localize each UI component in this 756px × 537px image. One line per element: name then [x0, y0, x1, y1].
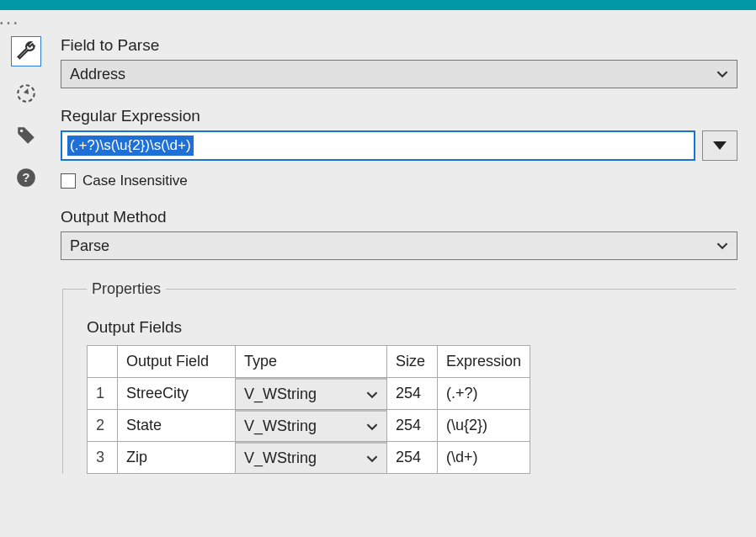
row-number: 2 — [88, 410, 118, 442]
cell-output-field[interactable]: State — [118, 410, 236, 442]
col-header-size: Size — [387, 346, 438, 378]
chevron-down-icon — [716, 68, 728, 80]
field-to-parse-value: Address — [70, 66, 125, 83]
cell-type-select[interactable]: V_WString — [236, 378, 386, 409]
chevron-down-icon — [716, 240, 728, 252]
col-header-expression: Expression — [438, 346, 530, 378]
tag-tab-icon[interactable] — [11, 120, 41, 151]
chevron-down-icon — [366, 389, 378, 401]
cell-type-value: V_WString — [244, 417, 317, 435]
table-header-row: Output Field Type Size Expression — [88, 346, 530, 378]
cell-expression[interactable]: (.+?) — [438, 378, 530, 410]
cell-type-select[interactable]: V_WString — [236, 410, 386, 441]
triangle-down-icon — [713, 141, 727, 150]
title-bar — [0, 0, 756, 10]
case-insensitive-checkbox[interactable] — [61, 173, 76, 189]
config-tab-icon[interactable] — [11, 36, 41, 66]
table-row[interactable]: 3 Zip V_WString 254 (\d+) — [88, 442, 530, 474]
regex-value: (.+?)\s(\u{2})\s(\d+) — [67, 136, 194, 156]
cell-size[interactable]: 254 — [387, 378, 438, 410]
cell-type-select[interactable]: V_WString — [236, 442, 386, 473]
table-row[interactable]: 1 StreeCity V_WString 254 (.+?) — [88, 378, 530, 410]
wrench-icon — [15, 40, 37, 62]
output-fields-table: Output Field Type Size Expression 1 Stre… — [87, 345, 530, 474]
output-fields-label: Output Fields — [87, 318, 736, 337]
properties-legend: Properties — [87, 280, 166, 298]
tag-icon — [15, 125, 37, 146]
chevron-down-icon — [366, 421, 378, 433]
properties-group: Properties Output Fields Output Field Ty… — [62, 280, 736, 474]
cell-type-value: V_WString — [244, 385, 317, 403]
sidebar: ? — [0, 19, 52, 537]
cell-expression[interactable]: (\d+) — [438, 442, 530, 474]
cell-size[interactable]: 254 — [387, 442, 438, 474]
row-number: 1 — [88, 378, 118, 410]
output-method-select[interactable]: Parse — [61, 231, 737, 260]
col-header-blank — [88, 346, 118, 378]
question-icon: ? — [15, 167, 37, 189]
field-to-parse-label: Field to Parse — [61, 36, 737, 55]
col-header-type: Type — [236, 346, 387, 378]
cell-expression[interactable]: (\u{2}) — [438, 410, 530, 442]
config-panel: Field to Parse Address Regular Expressio… — [52, 19, 756, 537]
case-insensitive-label: Case Insensitive — [83, 173, 188, 189]
svg-point-1 — [20, 130, 23, 132]
table-row[interactable]: 2 State V_WString 254 (\u{2}) — [88, 410, 530, 442]
chevron-down-icon — [366, 453, 378, 465]
field-to-parse-select[interactable]: Address — [61, 60, 737, 88]
output-method-value: Parse — [70, 237, 109, 255]
col-header-output-field: Output Field — [118, 346, 236, 378]
help-tab-icon[interactable]: ? — [11, 162, 41, 193]
regex-dropdown-button[interactable] — [702, 130, 737, 161]
cell-output-field[interactable]: Zip — [118, 442, 236, 474]
target-icon — [15, 82, 37, 104]
cell-output-field[interactable]: StreeCity — [118, 378, 236, 410]
drag-handle[interactable]: • • • — [0, 19, 756, 28]
regex-label: Regular Expression — [61, 107, 737, 125]
nav-tab-icon[interactable] — [11, 78, 41, 109]
cell-type-value: V_WString — [244, 449, 317, 467]
cell-size[interactable]: 254 — [387, 410, 438, 442]
row-number: 3 — [88, 442, 118, 474]
output-method-label: Output Method — [61, 208, 737, 226]
regex-input[interactable]: (.+?)\s(\u{2})\s(\d+) — [61, 130, 695, 161]
svg-text:?: ? — [22, 170, 29, 184]
